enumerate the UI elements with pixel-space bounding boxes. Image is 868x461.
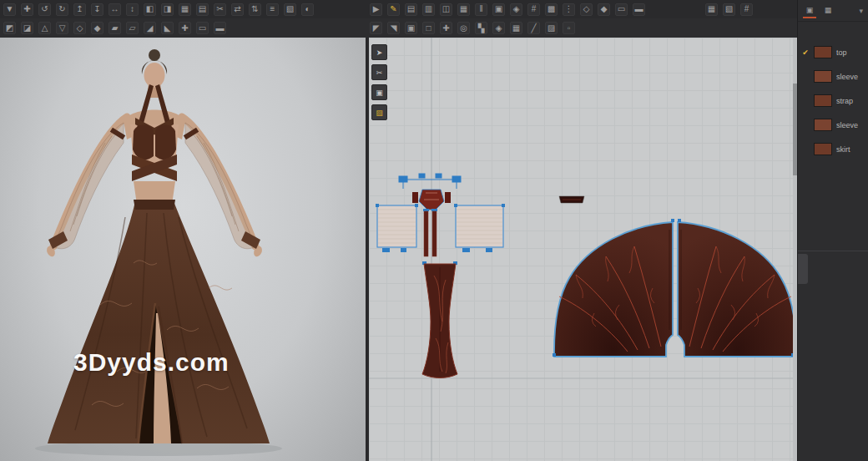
pattern-piece-corset[interactable]: [422, 261, 457, 378]
toolbar-icon[interactable]: ✚: [21, 3, 33, 16]
fabric-layer-label: strap: [836, 97, 853, 105]
sidebar-divider: [798, 251, 868, 251]
pattern-2d-canvas[interactable]: [369, 38, 793, 461]
toolbar-icon[interactable]: #: [740, 3, 753, 16]
toolbar-icon[interactable]: ▫: [563, 22, 575, 34]
toolbar-icon[interactable]: ▭: [196, 22, 209, 34]
pattern-piece-sleeve-left[interactable]: [376, 204, 418, 252]
fabric-layer-label: skirt: [836, 145, 850, 154]
pattern-piece-skirt-left[interactable]: [554, 222, 673, 357]
toolbar-icon[interactable]: ≡: [266, 3, 279, 16]
toolbar-icon[interactable]: ▧: [284, 3, 296, 16]
sidebar-tab[interactable]: ▣: [803, 3, 816, 18]
toolbar-icon[interactable]: ◢: [144, 22, 156, 34]
sidebar-tab[interactable]: ▦: [821, 3, 835, 18]
toolbar-icon[interactable]: ▶: [370, 3, 382, 16]
toolbar-icon[interactable]: ▦: [457, 3, 470, 16]
toolbar-icon[interactable]: △: [38, 22, 51, 34]
toolbar-icon[interactable]: ↺: [38, 3, 51, 16]
toolbar-icon[interactable]: ‖: [475, 3, 487, 16]
toolbar-icon[interactable]: ▽: [56, 22, 68, 34]
toolbar-icon[interactable]: ⋮: [563, 3, 575, 16]
toolbar-icon[interactable]: ▤: [196, 3, 209, 16]
toolbar-icon[interactable]: ▱: [126, 22, 139, 34]
toolbar-icon[interactable]: ◤: [370, 22, 382, 34]
toolbar-icon[interactable]: ◥: [387, 22, 400, 34]
toolbar-icon[interactable]: ↧: [91, 3, 103, 16]
fabric-swatch[interactable]: [814, 94, 832, 107]
toolbar-icon[interactable]: ▣: [492, 3, 505, 16]
viewport-3d[interactable]: 3Dyyds.com: [0, 38, 366, 461]
pattern-tool-button[interactable]: ▨: [371, 104, 387, 120]
pattern-tool-button[interactable]: ➤: [371, 44, 387, 60]
toolbar-icon[interactable]: ↕: [126, 3, 139, 16]
fabric-layer-row[interactable]: ✔ sleeve: [798, 64, 868, 89]
properties-side-tab[interactable]: [798, 254, 808, 284]
toolbar-icon[interactable]: ✎: [387, 3, 400, 16]
toolbar-icon[interactable]: ▣: [405, 22, 417, 34]
pattern-piece-strap-small[interactable]: [559, 196, 584, 203]
toolbar-icon[interactable]: ↔: [108, 3, 121, 16]
fabric-layer-row[interactable]: ✔ top: [798, 40, 868, 64]
toolbar-icon[interactable]: ◆: [598, 3, 610, 16]
toolbar-icon[interactable]: #: [527, 3, 540, 16]
toolbar-icon[interactable]: ✚: [440, 22, 452, 34]
fabric-swatch[interactable]: [814, 46, 832, 58]
toolbar-icon[interactable]: ▩: [545, 3, 558, 16]
toolbar-group-3d: ▼✚↺↻↥↧↔↕◧◨▦▤✂⇄⇅≡▧◐: [3, 0, 314, 18]
toolbar-icon[interactable]: ◣: [161, 22, 174, 34]
toolbar-icon[interactable]: ▦: [179, 3, 191, 16]
pattern-piece-sleeve-right[interactable]: [454, 204, 505, 252]
toolbar-icon[interactable]: ◈: [510, 3, 522, 16]
check-icon[interactable]: ✔: [801, 48, 810, 57]
pattern-piece-skirt-right[interactable]: [678, 222, 793, 357]
toolbar-icon[interactable]: ✂: [214, 3, 226, 16]
fabric-layer-row[interactable]: ✔ strap: [798, 89, 868, 113]
toolbar-icon[interactable]: ◫: [440, 3, 452, 16]
toolbar-icon[interactable]: □: [422, 22, 435, 34]
toolbar-icon[interactable]: ▚: [475, 22, 487, 34]
fabric-swatch[interactable]: [814, 143, 832, 155]
toolbar-icon[interactable]: ▨: [545, 22, 558, 34]
toolbar-icon[interactable]: ◨: [161, 3, 174, 16]
avatar-3d[interactable]: [0, 38, 366, 461]
toolbar-icon[interactable]: ▬: [214, 22, 226, 34]
toolbar-icon[interactable]: ✚: [179, 22, 191, 34]
toolbar-icon[interactable]: ◈: [492, 22, 505, 34]
toolbar-icon[interactable]: ▬: [633, 3, 645, 16]
pattern-pins[interactable]: [399, 174, 461, 189]
collapse-icon[interactable]: ▾: [859, 7, 863, 15]
toolbar-icon[interactable]: ▼: [3, 3, 16, 16]
fabric-swatch[interactable]: [814, 119, 832, 131]
toolbar-icon[interactable]: ▦: [705, 3, 718, 16]
toolbar-icon[interactable]: ◇: [580, 3, 593, 16]
pattern-tool-button[interactable]: ✂: [371, 64, 387, 80]
fabric-layer-list: ✔ top ✔ sleeve ✔ strap ✔: [798, 40, 868, 161]
toolbar-icon[interactable]: ↥: [73, 3, 86, 16]
toolbar-icon[interactable]: ◐: [301, 3, 314, 16]
toolbar-icon[interactable]: ⇅: [249, 3, 261, 16]
toolbar-icon[interactable]: ◪: [21, 22, 33, 34]
toolbar-icon[interactable]: ◇: [73, 22, 86, 34]
toolbar-icon[interactable]: ◎: [457, 22, 470, 34]
pattern-piece-straps[interactable]: [423, 209, 437, 256]
toolbar-icon[interactable]: ▦: [510, 22, 522, 34]
fabric-layer-label: top: [836, 48, 847, 57]
toolbar-icon[interactable]: ▥: [422, 3, 435, 16]
toolbar-icon[interactable]: ▧: [723, 3, 735, 16]
toolbar-icon[interactable]: ◧: [144, 3, 156, 16]
pattern-tool-button[interactable]: ▣: [371, 84, 387, 100]
toolbar-group-2d: ▶✎▤▥◫▦‖▣◈#▩⋮◇◆▭▬: [370, 0, 645, 18]
fabric-swatch[interactable]: [814, 70, 832, 83]
toolbar-icon[interactable]: ▤: [405, 3, 417, 16]
toolbar-icon[interactable]: ⇄: [231, 3, 244, 16]
fabric-layer-row[interactable]: ✔ skirt: [798, 137, 868, 161]
toolbar-icon[interactable]: ▰: [108, 22, 121, 34]
toolbar-icon[interactable]: ↻: [56, 3, 68, 16]
toolbar-icon[interactable]: ╱: [527, 22, 540, 34]
toolbar-icon[interactable]: ◆: [91, 22, 103, 34]
toolbar-icon[interactable]: ◩: [3, 22, 16, 34]
toolbar-icon[interactable]: ▭: [615, 3, 628, 16]
pattern-panel-2d[interactable]: ➤✂▣▨: [369, 38, 793, 461]
fabric-layer-row[interactable]: ✔ sleeve: [798, 113, 868, 137]
